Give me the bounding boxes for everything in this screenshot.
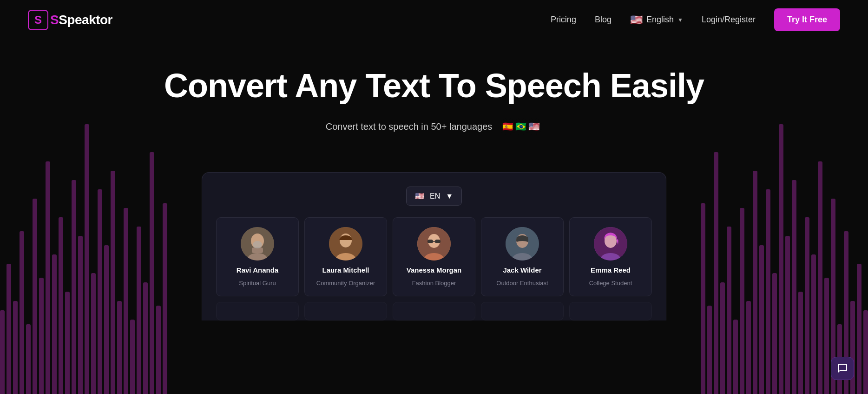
avatar-emma (594, 227, 627, 260)
us-flag-icon: 🇺🇸 (630, 14, 643, 26)
chat-support-button[interactable] (831, 357, 854, 380)
voice-name-jack: Jack Wilder (503, 266, 541, 274)
voice-role-vanessa: Fashion Blogger (412, 280, 456, 287)
hero-section: Convert Any Text To Speech Easily Conver… (0, 40, 868, 172)
voice-card-bottom-4 (481, 302, 564, 321)
voice-role-ravi: Spiritual Guru (239, 280, 276, 287)
logo-text: SSpeaktor (50, 13, 112, 27)
hero-title: Convert Any Text To Speech Easily (9, 67, 859, 104)
hero-subtitle-row: Convert text to speech in 50+ languages … (9, 118, 859, 135)
hero-subtitle: Convert text to speech in 50+ languages (326, 121, 493, 132)
language-selector[interactable]: 🇺🇸 English ▼ (630, 14, 683, 26)
avatar-vanessa (417, 227, 451, 260)
logo-icon: S (28, 10, 48, 30)
voice-card-bottom-5 (569, 302, 652, 321)
language-flags: 🇪🇸 🇧🇷 🇺🇸 (500, 118, 542, 135)
dropdown-flag-icon: 🇺🇸 (415, 192, 424, 200)
voice-card-bottom-3 (393, 302, 475, 321)
language-label: English (646, 15, 674, 25)
voice-name-laura: Laura Mitchell (322, 266, 369, 274)
voice-role-laura: Community Organizer (316, 280, 375, 287)
voice-role-jack: Outdoor Enthusiast (496, 280, 548, 287)
avatar-jack (506, 227, 539, 260)
voice-name-vanessa: Vanessa Morgan (407, 266, 461, 274)
chat-icon (837, 363, 848, 374)
voice-card-emma[interactable]: Emma Reed College Student (569, 217, 652, 296)
flag-usa: 🇺🇸 (526, 118, 542, 135)
header: S SSpeaktor Pricing Blog 🇺🇸 English ▼ Lo… (0, 0, 868, 40)
voices-grid-bottom (216, 302, 652, 321)
svg-rect-12 (435, 240, 441, 243)
dropdown-chevron-icon: ▼ (446, 192, 453, 200)
blog-link[interactable]: Blog (595, 15, 612, 25)
dropdown-lang-code: EN (430, 192, 440, 200)
voice-card-bottom-2 (304, 302, 387, 321)
lang-dropdown-container: 🇺🇸 EN ▼ (216, 187, 652, 206)
voice-card-vanessa[interactable]: Vanessa Morgan Fashion Blogger (393, 217, 475, 296)
avatar-ravi (241, 227, 274, 260)
voice-card-laura[interactable]: Laura Mitchell Community Organizer (304, 217, 387, 296)
try-it-free-button[interactable]: Try It Free (774, 8, 840, 31)
main-nav: Pricing Blog 🇺🇸 English ▼ Login/Register… (551, 8, 840, 31)
avatar-laura (329, 227, 362, 260)
svg-point-4 (253, 241, 262, 248)
login-register-link[interactable]: Login/Register (702, 15, 756, 25)
lang-dropdown-button[interactable]: 🇺🇸 EN ▼ (406, 187, 462, 206)
voice-card-bottom-1 (216, 302, 299, 321)
voice-card-jack[interactable]: Jack Wilder Outdoor Enthusiast (481, 217, 564, 296)
voices-grid: Ravi Ananda Spiritual Guru Laura Mitchel… (216, 217, 652, 296)
chevron-down-icon: ▼ (677, 17, 683, 23)
logo[interactable]: S SSpeaktor (28, 10, 112, 30)
voice-name-emma: Emma Reed (591, 266, 631, 274)
voice-card-ravi[interactable]: Ravi Ananda Spiritual Guru (216, 217, 299, 296)
svg-rect-11 (427, 240, 433, 243)
voice-name-ravi: Ravi Ananda (237, 266, 278, 274)
voice-role-emma: College Student (589, 280, 632, 287)
pricing-link[interactable]: Pricing (551, 15, 576, 25)
demo-panel: 🇺🇸 EN ▼ Ravi Ananda Spiritual Guru (202, 172, 666, 321)
